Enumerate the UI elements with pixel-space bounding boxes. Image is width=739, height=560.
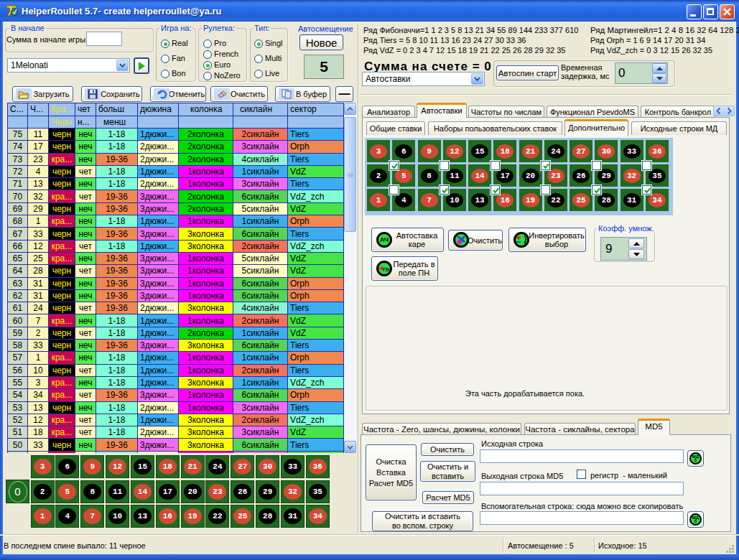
svg-text:ПН: ПН bbox=[383, 266, 390, 273]
